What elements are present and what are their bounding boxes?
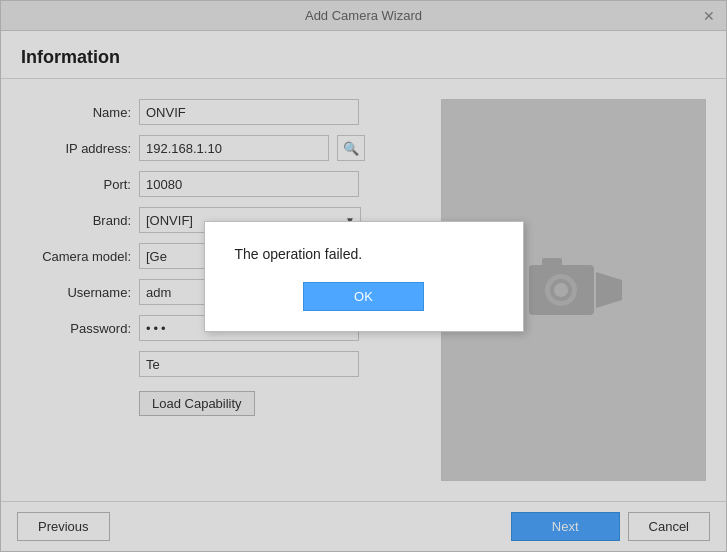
dialog-message: The operation failed. bbox=[235, 246, 363, 262]
dialog-ok-button[interactable]: OK bbox=[303, 282, 424, 311]
wizard-window: Add Camera Wizard ✕ Information Name: IP… bbox=[0, 0, 727, 552]
dialog-ok-row: OK bbox=[235, 282, 493, 311]
error-overlay: The operation failed. OK bbox=[1, 1, 726, 551]
error-dialog: The operation failed. OK bbox=[204, 221, 524, 332]
